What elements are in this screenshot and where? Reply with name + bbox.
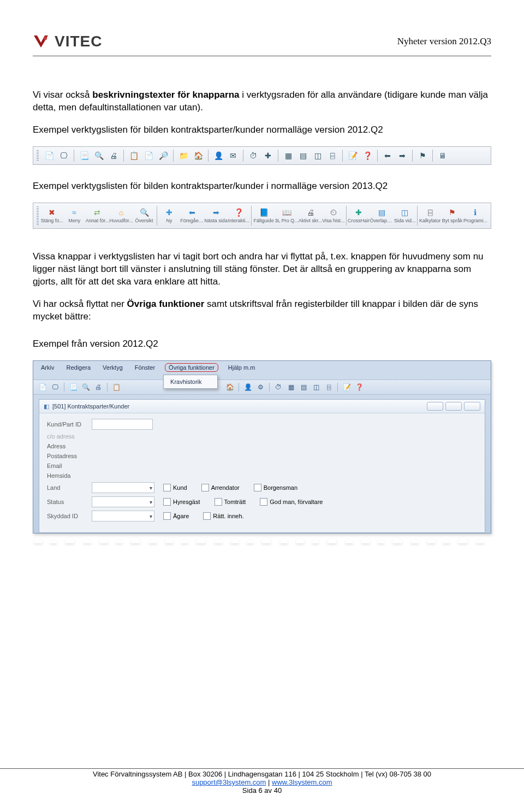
select-status[interactable] xyxy=(92,496,154,507)
input-skyddad-id[interactable]: ▾ xyxy=(92,511,154,521)
checks-row-1: KundArrendatorBorgensman xyxy=(163,484,297,491)
checkbox-r-tt-inneh-[interactable]: Rätt. inneh. xyxy=(203,512,243,520)
forward-icon[interactable]: ➡ xyxy=(396,149,409,162)
appicon-print[interactable]: 🖨 xyxy=(93,382,103,392)
appicon-note[interactable]: 📝 xyxy=(342,382,352,392)
appicon-clip[interactable]: 📋 xyxy=(111,382,121,392)
tb2-item-8[interactable]: ❓Interakti... xyxy=(228,208,250,223)
select-land[interactable] xyxy=(92,482,154,493)
help-icon[interactable]: ❓ xyxy=(361,149,374,162)
appicon-user[interactable]: 👤 xyxy=(243,382,253,392)
tb2-item-7[interactable]: ➡Nästa sida xyxy=(204,208,228,223)
appicon-help[interactable]: ❓ xyxy=(354,382,364,392)
crosshair-icon[interactable]: ✚ xyxy=(261,149,275,162)
tb2-icon: ◫ xyxy=(400,208,410,217)
clipboard-icon[interactable]: 📋 xyxy=(127,149,140,162)
user-icon[interactable]: 👤 xyxy=(212,149,225,162)
appicon-gear[interactable]: ⚙ xyxy=(255,382,265,392)
close-button[interactable] xyxy=(464,402,480,411)
appicon-t1[interactable]: ▦ xyxy=(286,382,296,392)
tb2-item-2[interactable]: ⇄Annat för... xyxy=(86,208,110,223)
checkbox-label: Arrendator xyxy=(211,484,240,491)
sep xyxy=(208,150,209,162)
checkbox-borgensman[interactable]: Borgensman xyxy=(254,484,297,491)
tb2-item-0[interactable]: ✖Stäng fö... xyxy=(41,208,63,223)
search-icon[interactable]: 🔍 xyxy=(92,149,105,162)
tb2-item-13[interactable]: ✚CrossHair xyxy=(348,208,370,223)
form: Kund/Part ID c/o adress Adress Postadres… xyxy=(39,413,485,526)
menu-arkiv[interactable]: Arkiv xyxy=(39,363,56,372)
tb2-item-4[interactable]: 🔍Översikt xyxy=(133,208,156,223)
new-icon[interactable]: 📃 xyxy=(78,149,91,162)
appicon-home[interactable]: 🏠 xyxy=(225,382,235,392)
menu-fonster[interactable]: Fönster xyxy=(133,363,157,372)
tb2-label: Överlapp... xyxy=(370,218,394,223)
tile-icon[interactable]: ▦ xyxy=(282,149,295,162)
doc2-icon[interactable]: 📄 xyxy=(142,149,155,162)
checkbox--gare[interactable]: Ägare xyxy=(163,512,189,520)
tb2-item-10[interactable]: 📖3L Pro Q... xyxy=(275,208,299,223)
sep xyxy=(123,150,124,162)
calc-icon[interactable]: ⌸ xyxy=(326,149,339,162)
tb2-item-16[interactable]: ⌸Kalkylator xyxy=(419,208,441,223)
detail-icon[interactable]: 🔎 xyxy=(157,149,170,162)
clock-icon[interactable]: ⏱ xyxy=(247,149,260,162)
menu-verktyg[interactable]: Verktyg xyxy=(100,363,125,372)
screen-icon[interactable]: 🖵 xyxy=(57,149,70,162)
tb2-label: Kalkylator xyxy=(419,218,441,223)
tb2-item-3[interactable]: ⌂Huvudför... xyxy=(109,208,133,223)
menu-redigera[interactable]: Redigera xyxy=(64,363,93,372)
home-icon[interactable]: 🏠 xyxy=(192,149,205,162)
menu-hjalp[interactable]: Hjälp m.m xyxy=(226,363,258,372)
toolbar-grip[interactable] xyxy=(37,206,39,225)
display-icon[interactable]: 🖥 xyxy=(436,149,449,162)
appicon-t2[interactable]: ▤ xyxy=(299,382,308,392)
tb2-item-5[interactable]: ✚Ny xyxy=(158,208,180,223)
checkbox-hyresg-st[interactable]: Hyresgäst xyxy=(163,498,200,506)
checkbox-label: Hyresgäst xyxy=(173,499,200,505)
max-button[interactable] xyxy=(445,402,462,411)
appicon-clock[interactable]: ⏱ xyxy=(273,382,283,392)
tb2-label: Annat för... xyxy=(86,218,110,223)
checkbox-kund[interactable]: Kund xyxy=(163,484,187,491)
tb2-item-14[interactable]: ▤Överlapp... xyxy=(370,208,394,223)
sep xyxy=(412,150,413,162)
appicon-search[interactable]: 🔍 xyxy=(81,382,91,392)
input-kund-part-id[interactable] xyxy=(92,419,153,430)
mail-icon[interactable]: ✉ xyxy=(227,149,240,162)
appicon-calc[interactable]: ⌸ xyxy=(324,382,334,392)
appicon-screen[interactable]: 🖵 xyxy=(50,382,60,392)
footer-email[interactable]: support@3lsystem.com xyxy=(192,778,266,786)
doc-icon[interactable]: 📄 xyxy=(43,149,56,162)
back-icon[interactable]: ⬅ xyxy=(381,149,394,162)
appicon-new[interactable]: 📃 xyxy=(68,382,78,392)
tb2-item-15[interactable]: ◫Sida vid... xyxy=(394,208,416,223)
sep xyxy=(243,150,243,162)
tb2-item-11[interactable]: 🖨Aktivt skr... xyxy=(299,208,323,223)
checkbox-arrendator[interactable]: Arrendator xyxy=(201,484,240,491)
flag-icon[interactable]: ⚑ xyxy=(416,149,429,162)
toolbar-grip[interactable] xyxy=(37,150,39,161)
tb2-item-17[interactable]: ⚑Byt språk xyxy=(441,208,463,223)
tb2-item-6[interactable]: ⬅Föregåen... xyxy=(180,208,204,223)
print-icon[interactable]: 🖨 xyxy=(107,149,120,162)
tb2-item-1[interactable]: ≈Meny xyxy=(63,208,86,223)
appicon-doc[interactable]: 📄 xyxy=(38,382,47,392)
checkbox-god-man-f-rvaltare[interactable]: God man, förvaltare xyxy=(260,498,323,506)
dropdown-kravhistorik[interactable]: Kravhistorik xyxy=(163,375,217,389)
tb2-item-9[interactable]: 📘Fältguide xyxy=(253,208,275,223)
appicon-t3[interactable]: ◫ xyxy=(311,382,321,392)
footer-url[interactable]: www.3lsystem.com xyxy=(272,778,332,786)
grid-icon[interactable]: ▤ xyxy=(296,149,309,162)
sep xyxy=(157,206,157,226)
menu-ovriga-funktioner[interactable]: Övriga funktioner Kravhistorik xyxy=(165,363,218,372)
split-icon[interactable]: ◫ xyxy=(311,149,324,162)
folder-icon[interactable]: 📁 xyxy=(177,149,190,162)
tb2-label: Meny xyxy=(68,218,80,223)
tb2-item-12[interactable]: ⏲Visa hist... xyxy=(322,208,344,223)
min-button[interactable] xyxy=(427,402,443,411)
note-icon[interactable]: 📝 xyxy=(346,149,359,162)
footer-sep: | xyxy=(266,778,272,786)
checkbox-tomtr-tt[interactable]: Tomträtt xyxy=(215,498,246,506)
tb2-item-18[interactable]: ℹProgrami... xyxy=(463,208,487,223)
